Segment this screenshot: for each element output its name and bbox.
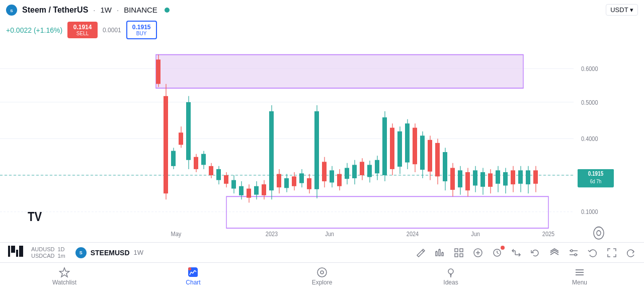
settings-icon[interactable] <box>569 248 579 258</box>
chart-label: Chart <box>186 279 200 286</box>
svg-rect-22 <box>194 157 198 169</box>
svg-rect-34 <box>239 186 244 195</box>
svg-rect-137 <box>436 252 437 256</box>
alert-icon[interactable] <box>492 248 502 258</box>
indicators-icon[interactable] <box>454 248 464 258</box>
nav-menu[interactable]: Menu <box>515 263 644 290</box>
svg-rect-20 <box>186 102 191 160</box>
svg-rect-36 <box>247 189 251 198</box>
secondary-pair-2: USDCAD <box>31 253 54 259</box>
svg-rect-102 <box>496 170 500 184</box>
sell-button[interactable]: 0.1914 SELL <box>67 22 98 38</box>
svg-rect-78 <box>405 123 410 162</box>
replay-icon[interactable] <box>530 248 540 258</box>
nav-explore[interactable]: Explore <box>258 263 386 290</box>
live-indicator <box>165 8 170 13</box>
buy-button[interactable]: 0.1915 BUY <box>126 21 157 39</box>
symbol-logo: S <box>6 5 17 16</box>
svg-rect-138 <box>439 250 440 256</box>
svg-text:0.6000: 0.6000 <box>581 65 598 72</box>
svg-rect-108 <box>518 170 523 184</box>
secondary-tf-2: 1m <box>57 253 65 259</box>
svg-point-169 <box>320 271 324 274</box>
draw-icon[interactable] <box>416 248 426 258</box>
svg-rect-84 <box>428 140 432 172</box>
svg-rect-18 <box>179 132 183 144</box>
svg-rect-68 <box>367 165 372 177</box>
nav-ideas[interactable]: Ideas <box>386 263 515 290</box>
svg-rect-14 <box>164 96 168 193</box>
svg-rect-12 <box>156 59 160 84</box>
svg-rect-40 <box>262 184 266 195</box>
svg-text:S: S <box>10 9 13 13</box>
svg-rect-145 <box>455 254 458 257</box>
bottom-nav: Watchlist Chart Explore Ideas <box>0 262 644 290</box>
svg-rect-76 <box>397 131 402 167</box>
layers-icon[interactable] <box>549 248 559 258</box>
svg-rect-30 <box>224 175 228 184</box>
secondary-pairs: AUDUSD 1D USDCAD 1m <box>31 246 65 259</box>
interval-label[interactable]: 1W <box>100 6 112 14</box>
svg-rect-58 <box>330 170 334 182</box>
fullscreen-icon[interactable] <box>607 248 617 258</box>
pair-logo: S <box>75 247 87 258</box>
symbol-title: Steem / TetherUS <box>22 6 88 15</box>
pair-info: S STEEMUSD 1W <box>75 247 412 258</box>
svg-rect-88 <box>443 152 447 181</box>
add-icon[interactable] <box>473 248 483 258</box>
svg-rect-110 <box>526 170 530 184</box>
svg-rect-48 <box>292 176 296 186</box>
svg-rect-143 <box>455 249 458 252</box>
currency-selector[interactable]: USDT ▾ <box>606 4 638 16</box>
svg-rect-54 <box>314 111 319 189</box>
svg-text:TV: TV <box>28 209 42 224</box>
svg-marker-160 <box>60 268 69 277</box>
svg-rect-24 <box>201 154 206 165</box>
nav-watchlist[interactable]: Watchlist <box>0 263 129 290</box>
svg-rect-146 <box>460 254 463 257</box>
svg-rect-38 <box>254 186 259 195</box>
svg-text:0.1000: 0.1000 <box>581 208 598 215</box>
svg-text:May: May <box>171 230 182 238</box>
svg-text:0.1915: 0.1915 <box>588 170 604 177</box>
svg-text:Jun: Jun <box>471 230 480 238</box>
chart-type-icon[interactable] <box>435 248 445 258</box>
svg-rect-133 <box>8 246 10 257</box>
svg-rect-90 <box>450 168 455 190</box>
svg-rect-62 <box>345 168 349 179</box>
chart-nav-icon <box>188 267 199 278</box>
svg-text:Jun: Jun <box>325 230 334 238</box>
svg-rect-144 <box>460 249 463 252</box>
svg-rect-135 <box>16 250 18 257</box>
svg-rect-44 <box>277 174 281 188</box>
price-row: +0.0022 (+1.16%) 0.1914 SELL 0.0001 0.19… <box>0 20 644 41</box>
svg-text:2023: 2023 <box>266 230 278 238</box>
undo-icon[interactable] <box>588 248 598 258</box>
nav-chart[interactable]: Chart <box>129 263 258 290</box>
secondary-pair-1: AUDUSD <box>31 246 54 252</box>
svg-point-158 <box>571 250 573 252</box>
explore-icon <box>316 267 328 278</box>
forward-icon[interactable] <box>626 248 636 258</box>
ideas-label: Ideas <box>443 279 458 286</box>
svg-rect-134 <box>11 246 15 253</box>
svg-rect-92 <box>458 170 462 187</box>
compare-icon[interactable] <box>511 248 521 258</box>
separator: · <box>93 6 95 14</box>
watchlist-icon <box>59 267 70 278</box>
separator2: · <box>117 6 119 14</box>
svg-rect-106 <box>511 170 515 184</box>
svg-rect-72 <box>382 117 387 175</box>
explore-label: Explore <box>312 279 333 286</box>
svg-text:6d 7h: 6d 7h <box>590 178 601 184</box>
svg-point-159 <box>575 254 577 256</box>
chart-area[interactable]: 0.6000 0.5000 0.4000 0.3000 0.1000 0.191… <box>0 41 644 242</box>
svg-point-168 <box>317 268 327 277</box>
svg-rect-104 <box>503 172 508 186</box>
watchlist-label: Watchlist <box>52 279 76 286</box>
svg-rect-94 <box>465 172 470 190</box>
svg-rect-42 <box>269 111 274 190</box>
svg-rect-28 <box>216 169 221 180</box>
exchange-label: BINANCE <box>124 6 157 14</box>
secondary-tf-1: 1D <box>57 246 64 252</box>
